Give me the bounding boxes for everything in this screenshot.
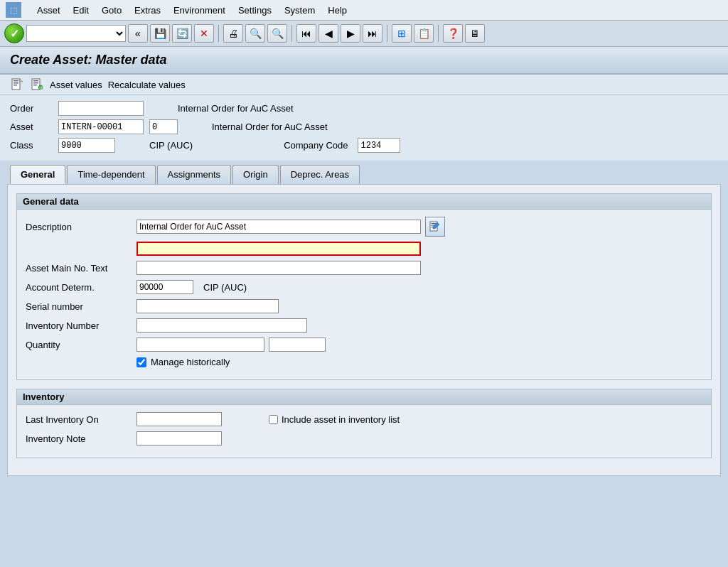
general-data-section: General data Description [16,193,712,380]
new-session-btn[interactable]: ⊞ [392,24,412,43]
inventory-section: Inventory Last Inventory On Include asse… [16,389,712,458]
menu-settings[interactable]: Settings [238,5,272,16]
menu-asset[interactable]: Asset [37,5,60,16]
asset-sub-input[interactable] [149,119,178,134]
page-title-bar: Create Asset: Master data [0,47,728,75]
asset-main-no-label: Asset Main No. Text [26,263,132,274]
tabs-container: General Time-dependent Assignments Origi… [0,161,728,184]
inventory-title: Inventory [17,389,711,405]
page-title: Create Asset: Master data [10,53,718,68]
company-code-input[interactable] [358,138,400,153]
inventory-number-input[interactable] [136,318,307,333]
manage-historically-checkbox[interactable] [136,357,146,367]
last-btn[interactable]: ⏭ [363,24,382,43]
description-row: Description [26,217,702,237]
svg-rect-12 [432,223,437,224]
include-asset-label: Include asset in inventory list [282,414,400,425]
include-asset-group: Include asset in inventory list [269,414,400,425]
general-data-content: Description Asse [17,210,711,379]
quantity-input[interactable] [136,338,264,352]
menu-bar: ⬚ Asset Edit Goto Extras Environment Set… [0,0,728,21]
inventory-number-label: Inventory Number [26,320,132,331]
inventory-note-input[interactable] [136,431,222,446]
menu-help[interactable]: Help [328,5,347,16]
asset-main-no-input[interactable] [136,261,421,275]
class-row: Class CIP (AUC) Company Code [10,138,718,153]
app-icon: ⬚ [6,2,21,18]
svg-rect-2 [14,82,18,84]
account-determ-info: CIP (AUC) [203,282,247,293]
inventory-note-label: Inventory Note [26,433,132,444]
serial-number-input[interactable] [136,299,279,313]
inventory-number-row: Inventory Number [26,318,702,333]
quantity-unit-input[interactable] [269,338,326,352]
inventory-content: Last Inventory On Include asset in inven… [17,405,711,458]
print-btn[interactable]: 🖨 [223,24,243,43]
menu-extras[interactable]: Extras [134,5,161,16]
toolbar: ✓ « 💾 🔄 ✕ 🖨 🔍 🔍 ⏮ ◀ ▶ ⏭ ⊞ 📋 ❓ 🖥 [0,21,728,47]
tab-deprec-areas[interactable]: Deprec. Areas [280,165,360,184]
header-form: Order Internal Order for AuC Asset Asset… [0,95,728,161]
back-fast-btn[interactable]: « [128,24,148,43]
tab-origin[interactable]: Origin [232,165,279,184]
shortcut-btn[interactable]: 🔄 [172,24,192,43]
svg-text:↺: ↺ [39,86,43,90]
class-label: Class [10,140,53,151]
asset-main-no-row: Asset Main No. Text [26,261,702,275]
serial-number-label: Serial number [26,301,132,312]
prev-btn[interactable]: ◀ [318,24,338,43]
include-asset-checkbox[interactable] [269,415,278,424]
svg-rect-6 [33,80,38,82]
find-next-btn[interactable]: 🔍 [267,24,287,43]
description-label: Description [26,222,132,232]
account-determ-row: Account Determ. CIP (AUC) [26,280,702,294]
help-btn[interactable]: ❓ [443,24,463,43]
menu-edit[interactable]: Edit [73,5,89,16]
class-input[interactable] [58,138,115,153]
doc-icon-2[interactable]: ↺ [30,77,44,92]
cancel-btn[interactable]: ✕ [194,24,214,43]
tab-time-dependent[interactable]: Time-dependent [67,165,155,184]
general-data-title: General data [17,194,711,210]
manage-historically-label: Manage historically [151,357,230,367]
tab-general[interactable]: General [10,165,65,184]
tab-assignments[interactable]: Assignments [157,165,231,184]
asset-row: Asset Internal Order for AuC Asset [10,119,718,134]
next-btn[interactable]: ▶ [341,24,360,43]
company-code-label: Company Code [284,140,348,151]
quantity-row: Quantity [26,338,702,352]
description-input[interactable] [136,220,421,234]
menu-goto[interactable]: Goto [102,5,122,16]
ok-button[interactable]: ✓ [4,23,24,43]
order-input[interactable] [58,101,144,116]
menu-system[interactable]: System [284,5,315,16]
description-input-2[interactable] [136,242,421,256]
asset-values-link[interactable]: Asset values [50,80,102,90]
doc-icon-1[interactable] [10,77,24,92]
asset-input[interactable] [58,119,144,134]
last-inventory-label: Last Inventory On [26,414,132,425]
menu-environment[interactable]: Environment [173,5,225,16]
serial-number-row: Serial number [26,299,702,313]
quantity-label: Quantity [26,340,132,350]
order-row: Order Internal Order for AuC Asset [10,101,718,116]
svg-rect-7 [33,82,38,84]
svg-marker-4 [20,79,23,82]
recalculate-values-link[interactable]: Recalculate values [108,80,186,90]
action-row: ↺ Asset values Recalculate values [0,75,728,95]
command-field[interactable] [26,25,126,42]
svg-rect-3 [14,85,17,86]
svg-rect-1 [14,80,18,82]
last-inventory-input[interactable] [136,412,222,426]
mode-btn[interactable]: 📋 [414,24,434,43]
find-btn[interactable]: 🔍 [245,24,265,43]
first-btn[interactable]: ⏮ [296,24,316,43]
class-info: CIP (AUC) [149,140,193,151]
sep2 [291,25,292,42]
description-edit-btn[interactable] [425,217,445,237]
save-btn[interactable]: 💾 [150,24,170,43]
sep3 [387,25,387,42]
account-determ-input[interactable] [136,280,193,294]
asset-info: Internal Order for AuC Asset [212,122,328,132]
settings-btn[interactable]: 🖥 [465,24,485,43]
